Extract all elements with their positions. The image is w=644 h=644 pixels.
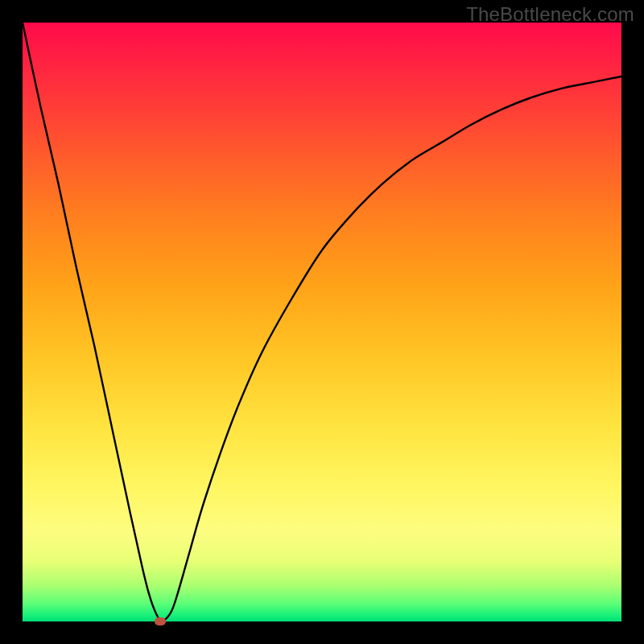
bottleneck-curve bbox=[23, 23, 621, 621]
plot-area bbox=[23, 23, 621, 621]
chart-frame: TheBottleneck.com bbox=[0, 0, 644, 644]
optimal-point-marker bbox=[155, 617, 166, 625]
